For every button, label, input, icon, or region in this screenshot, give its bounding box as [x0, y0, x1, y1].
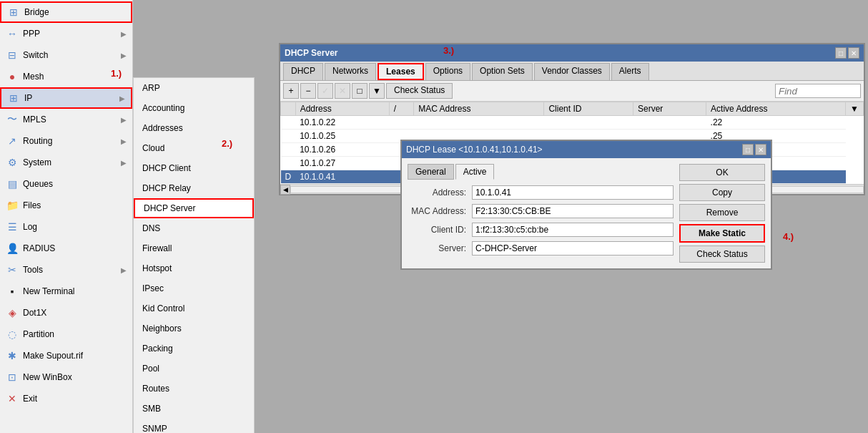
system-icon: ⚙	[6, 156, 19, 169]
dhcp-window-controls: □ ✕	[835, 47, 859, 59]
row4-address: 10.1.0.27	[295, 157, 389, 170]
sidebar-item-tools[interactable]: ✂ Tools ▶	[0, 259, 132, 281]
sidebar-label-new-winbox: New WinBox	[23, 372, 127, 382]
address-input[interactable]	[472, 185, 674, 200]
make-static-button[interactable]: Make Static	[679, 224, 765, 243]
lease-tab-bar: General Active	[408, 164, 674, 180]
sidebar-item-queues[interactable]: ▤ Queues	[0, 173, 132, 195]
sidebar-item-exit[interactable]: ✕ Exit	[0, 388, 132, 409]
col-mac-header[interactable]: MAC Address	[414, 102, 544, 116]
lease-tab-active[interactable]: Active	[455, 164, 495, 180]
submenu-snmp[interactable]: SNMP	[134, 419, 254, 433]
system-arrow: ▶	[121, 159, 127, 167]
submenu-dhcp-server[interactable]: DHCP Server	[134, 198, 254, 218]
make-supout-icon: ✱	[6, 349, 19, 362]
dhcp-minimize-button[interactable]: □	[835, 47, 847, 59]
switch-arrow: ▶	[121, 52, 127, 59]
row2-flag	[281, 130, 296, 143]
sidebar-label-new-terminal: New Terminal	[23, 286, 127, 296]
tab-vendor-classes[interactable]: Vendor Classes	[534, 63, 610, 80]
tools-arrow: ▶	[121, 266, 127, 274]
find-input[interactable]	[775, 84, 861, 98]
submenu-routes[interactable]: Routes	[134, 379, 254, 399]
col-active-header[interactable]: Active Address	[706, 102, 846, 116]
col-server-header[interactable]: Server	[633, 102, 706, 116]
switch-icon: ⊟	[6, 49, 19, 62]
submenu-ipsec[interactable]: IPsec	[134, 278, 254, 298]
sidebar-item-dot1x[interactable]: ◈ Dot1X	[0, 302, 132, 323]
copy-button[interactable]: Copy	[679, 184, 765, 201]
apply-button[interactable]: ✓	[317, 83, 333, 99]
filter-button[interactable]: ▼	[369, 83, 385, 99]
scroll-left-arrow[interactable]: ◀	[280, 185, 290, 195]
ok-button[interactable]: OK	[679, 164, 765, 181]
sidebar-item-new-terminal[interactable]: ▪ New Terminal	[0, 281, 132, 302]
check-status-button[interactable]: Check Status	[386, 83, 453, 99]
col-sort-header[interactable]: ▼	[846, 102, 864, 116]
submenu-arp[interactable]: ARP	[134, 78, 254, 98]
tab-alerts[interactable]: Alerts	[611, 63, 649, 80]
sidebar-item-new-winbox[interactable]: ⊡ New WinBox	[0, 366, 132, 388]
sidebar-item-ppp[interactable]: ↔ PPP ▶	[0, 23, 132, 44]
col-address-header[interactable]: Address	[295, 102, 389, 116]
sidebar-item-bridge[interactable]: ⊞ Bridge	[0, 1, 132, 23]
submenu-pool[interactable]: Pool	[134, 359, 254, 379]
mac-input[interactable]	[472, 204, 674, 218]
remove-button[interactable]: −	[300, 83, 316, 99]
dhcp-window-titlebar: DHCP Server □ ✕	[280, 44, 864, 62]
sidebar-label-queues: Queues	[23, 179, 127, 189]
row1-address: 10.1.0.22	[295, 116, 389, 130]
tab-leases[interactable]: Leases	[378, 63, 424, 80]
row1-mac	[414, 116, 544, 130]
tab-options[interactable]: Options	[425, 63, 470, 80]
terminal-icon: ▪	[6, 285, 19, 298]
add-button[interactable]: +	[283, 83, 299, 99]
row3-flag	[281, 143, 296, 157]
submenu-firewall[interactable]: Firewall	[134, 238, 254, 258]
sidebar-item-routing[interactable]: ↗ Routing ▶	[0, 130, 132, 152]
submenu-cloud[interactable]: Cloud	[134, 138, 254, 158]
discard-button[interactable]: ✕	[335, 83, 350, 99]
settings-button[interactable]: □	[352, 83, 368, 99]
submenu-smb[interactable]: SMB	[134, 399, 254, 419]
remove-button[interactable]: Remove	[679, 204, 765, 221]
sidebar-item-log[interactable]: ☰ Log	[0, 216, 132, 238]
sidebar-label-system: System	[23, 157, 117, 167]
dhcp-close-button[interactable]: ✕	[848, 47, 859, 59]
clientid-input[interactable]	[472, 223, 674, 237]
sidebar-item-partition[interactable]: ◌ Partition	[0, 323, 132, 345]
sidebar-label-dot1x: Dot1X	[23, 308, 127, 318]
submenu-dns[interactable]: DNS	[134, 218, 254, 238]
sidebar-label-log: Log	[23, 222, 127, 232]
col-clientid-header[interactable]: Client ID	[544, 102, 633, 116]
check-status-dialog-button[interactable]: Check Status	[679, 245, 765, 263]
table-row[interactable]: 10.1.0.22 .22	[281, 116, 864, 130]
submenu-dhcp-client[interactable]: DHCP Client	[134, 158, 254, 178]
sidebar-item-mpls[interactable]: 〜 MPLS ▶	[0, 109, 132, 130]
row3-address: 10.1.0.26	[295, 143, 389, 157]
submenu-kid-control[interactable]: Kid Control	[134, 298, 254, 318]
server-input[interactable]	[472, 241, 674, 256]
sidebar-item-ip[interactable]: ⊞ IP ▶	[0, 87, 132, 109]
radius-icon: 👤	[6, 242, 19, 255]
tab-networks[interactable]: Networks	[325, 63, 376, 80]
col-slash-header: /	[389, 102, 414, 116]
sidebar-item-switch[interactable]: ⊟ Switch ▶	[0, 44, 132, 66]
submenu-hotspot[interactable]: Hotspot	[134, 258, 254, 278]
submenu-dhcp-relay[interactable]: DHCP Relay	[134, 178, 254, 198]
tab-option-sets[interactable]: Option Sets	[472, 63, 533, 80]
sidebar-item-make-supout[interactable]: ✱ Make Supout.rif	[0, 345, 132, 366]
row1-slash	[389, 116, 414, 130]
lease-close-button[interactable]: ✕	[755, 144, 766, 155]
sidebar-item-files[interactable]: 📁 Files	[0, 195, 132, 216]
submenu-addresses[interactable]: Addresses	[134, 118, 254, 138]
sidebar-item-radius[interactable]: 👤 RADIUS	[0, 238, 132, 259]
lease-minimize-button[interactable]: □	[742, 144, 754, 155]
dhcp-window-title: DHCP Server	[285, 48, 337, 58]
submenu-packing[interactable]: Packing	[134, 339, 254, 359]
sidebar-item-system[interactable]: ⚙ System ▶	[0, 152, 132, 173]
lease-tab-general[interactable]: General	[408, 164, 454, 180]
submenu-accounting[interactable]: Accounting	[134, 98, 254, 118]
tab-dhcp[interactable]: DHCP	[283, 63, 323, 80]
submenu-neighbors[interactable]: Neighbors	[134, 318, 254, 339]
